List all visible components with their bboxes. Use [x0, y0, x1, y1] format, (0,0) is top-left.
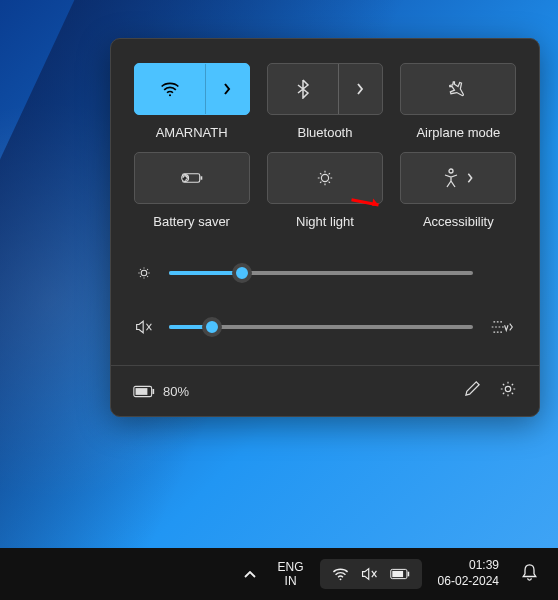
brightness-slider[interactable] — [133, 265, 517, 281]
svg-rect-9 — [136, 388, 148, 395]
brightness-track[interactable] — [169, 271, 473, 275]
wifi-expand[interactable] — [205, 64, 249, 114]
system-tray[interactable] — [320, 559, 422, 589]
wifi-icon — [160, 81, 180, 97]
wifi-tile[interactable] — [134, 63, 250, 115]
accessibility-tile[interactable] — [400, 152, 516, 204]
battery-saver-tile[interactable] — [134, 152, 250, 204]
accessibility-icon — [442, 168, 460, 188]
sliders-section — [133, 265, 517, 335]
quick-settings-panel: AMARNATH Bluetooth Airplane mode — [110, 38, 540, 417]
volume-thumb[interactable] — [202, 317, 222, 337]
audio-output-button[interactable] — [487, 319, 517, 335]
bluetooth-tile[interactable] — [267, 63, 383, 115]
svg-point-11 — [339, 578, 341, 580]
wifi-icon — [332, 567, 349, 581]
battery-icon — [133, 385, 155, 398]
battery-percent: 80% — [163, 384, 189, 399]
svg-point-4 — [321, 174, 328, 181]
bluetooth-expand[interactable] — [338, 64, 382, 114]
volume-muted-icon — [135, 319, 153, 335]
language-switcher[interactable]: ENG IN — [268, 558, 314, 591]
clock-time: 01:39 — [438, 558, 499, 574]
chevron-right-icon — [222, 83, 232, 95]
volume-slider[interactable] — [133, 319, 517, 335]
wifi-label: AMARNATH — [156, 125, 228, 140]
svg-rect-2 — [200, 176, 202, 179]
chevron-up-icon — [244, 571, 256, 579]
bluetooth-icon — [296, 79, 310, 99]
svg-point-6 — [141, 270, 147, 276]
chevron-right-icon — [355, 83, 365, 95]
accessibility-label: Accessibility — [423, 214, 494, 229]
svg-rect-14 — [392, 571, 403, 577]
language-line1: ENG — [278, 560, 304, 574]
quick-settings-footer: 80% — [111, 365, 539, 416]
language-line2: IN — [278, 574, 304, 588]
airplane-mode-tile[interactable] — [400, 63, 516, 115]
wifi-toggle[interactable] — [135, 64, 205, 114]
audio-output-icon — [490, 319, 514, 335]
bluetooth-label: Bluetooth — [298, 125, 353, 140]
svg-point-10 — [505, 386, 510, 391]
bell-icon — [521, 563, 538, 581]
taskbar: ENG IN 01:39 06-02-2024 — [0, 548, 558, 600]
notifications-button[interactable] — [515, 557, 544, 591]
volume-muted-icon — [361, 567, 378, 581]
brightness-thumb[interactable] — [232, 263, 252, 283]
airplane-mode-label: Airplane mode — [416, 125, 500, 140]
night-light-label: Night light — [296, 214, 354, 229]
quick-settings-tiles: AMARNATH Bluetooth Airplane mode — [133, 63, 517, 229]
edit-button[interactable] — [464, 380, 481, 402]
pencil-icon — [464, 380, 481, 397]
svg-rect-13 — [407, 572, 409, 577]
battery-icon — [390, 568, 410, 580]
tray-overflow-button[interactable] — [238, 559, 262, 589]
volume-track[interactable] — [169, 325, 473, 329]
gear-icon — [499, 380, 517, 398]
battery-saver-icon — [180, 170, 204, 186]
brightness-icon — [136, 265, 152, 281]
battery-status[interactable]: 80% — [133, 384, 189, 399]
bluetooth-toggle[interactable] — [268, 64, 338, 114]
svg-point-5 — [449, 169, 453, 173]
chevron-right-icon — [466, 173, 474, 183]
night-light-icon — [316, 169, 334, 187]
airplane-icon — [448, 79, 468, 99]
svg-rect-8 — [152, 388, 154, 393]
clock[interactable]: 01:39 06-02-2024 — [428, 556, 509, 591]
clock-date: 06-02-2024 — [438, 574, 499, 590]
svg-point-0 — [169, 94, 171, 96]
settings-button[interactable] — [499, 380, 517, 402]
battery-saver-label: Battery saver — [153, 214, 230, 229]
